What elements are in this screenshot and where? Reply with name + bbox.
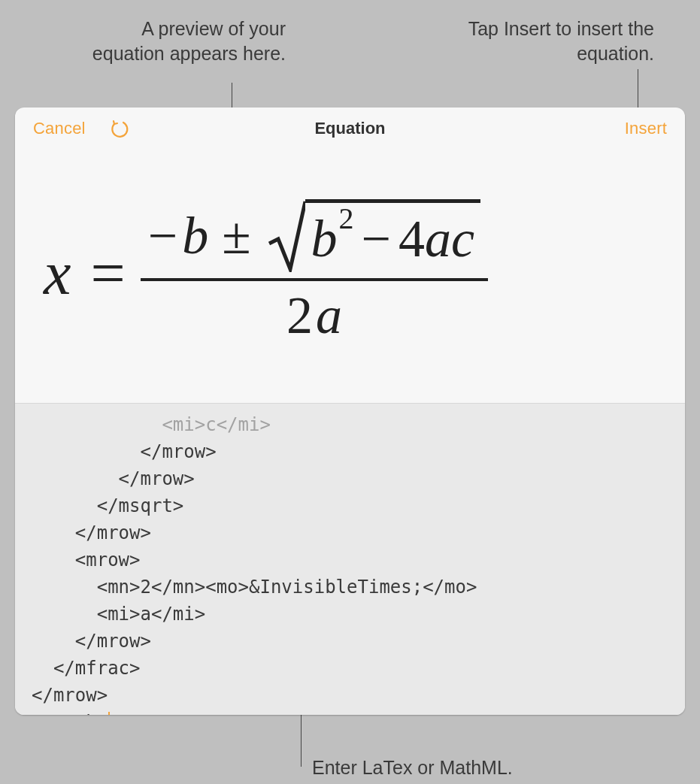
dialog-title: Equation <box>314 119 385 138</box>
radical-icon <box>268 199 305 272</box>
code-line: </mrow> <box>32 468 195 489</box>
num-4: 4 <box>398 209 425 269</box>
code-line: </mrow> <box>32 685 108 706</box>
code-line: </math> <box>32 712 108 715</box>
op-minus: − <box>148 206 177 266</box>
equation-sqrt: b 2 − 4 a c <box>268 199 481 272</box>
code-line: <mrow> <box>32 549 141 571</box>
var-b: b <box>182 206 208 266</box>
toolbar: Cancel Equation Insert <box>15 107 685 150</box>
cancel-button[interactable]: Cancel <box>33 119 86 138</box>
code-line: </mrow> <box>32 631 151 652</box>
callout-preview: A preview of your equation appears here. <box>90 17 286 65</box>
code-line: </mfrac> <box>32 658 141 679</box>
code-line: </mrow> <box>32 522 151 543</box>
leader-line <box>638 69 638 110</box>
equation-dialog: Cancel Equation Insert x = − b <box>15 107 685 715</box>
equation-numerator: − b ± b 2 <box>141 195 488 278</box>
undo-icon[interactable] <box>108 117 131 140</box>
num-2: 2 <box>286 286 313 346</box>
var-c: c <box>451 209 474 269</box>
text-cursor <box>108 712 110 715</box>
equation-radicand: b 2 − 4 a c <box>305 199 481 272</box>
insert-button[interactable]: Insert <box>625 119 667 138</box>
callout-input: Enter LaTex or MathML. <box>312 755 613 780</box>
code-line: <mn>2</mn><mo>&InvisibleTimes;</mo> <box>32 577 477 598</box>
equation-fraction: − b ± b 2 <box>141 195 488 352</box>
callout-insert: Tap Insert to insert the equation. <box>444 17 654 65</box>
op-minus2: − <box>362 209 391 269</box>
equation-denominator: 2 a <box>279 281 350 352</box>
var-a2: a <box>316 286 342 346</box>
var-b2: b <box>311 209 338 269</box>
code-line: <mi>c</mi> <box>32 414 271 435</box>
mathml-input[interactable]: <mi>c</mi> </mrow> </mrow> </msqrt> </mr… <box>15 404 685 715</box>
equation-lhs: x <box>44 238 71 309</box>
equation-equals: = <box>90 238 125 309</box>
equation-preview: x = − b ± <box>15 150 685 404</box>
code-line: </msqrt> <box>32 495 183 516</box>
exp-2: 2 <box>339 201 354 236</box>
code-line: </mrow> <box>32 441 217 462</box>
var-a: a <box>425 209 451 269</box>
code-line: <mi>a</mi> <box>32 604 205 625</box>
op-plusminus: ± <box>222 206 250 266</box>
